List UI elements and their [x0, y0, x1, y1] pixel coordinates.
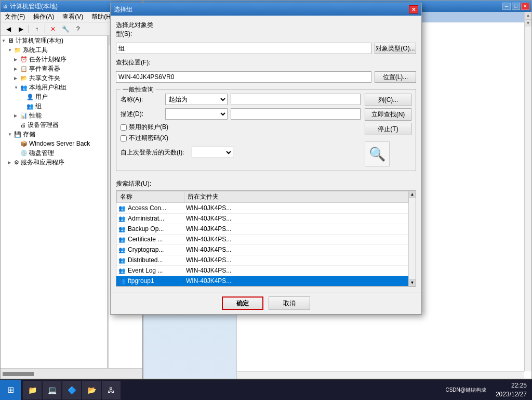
results-data-table: 👥Access Con...WIN-40JK4PS...👥Administrat… — [116, 203, 408, 286]
results-header-row: 名称 所在文件夹 — [117, 191, 408, 203]
taskbar-terminal-btn[interactable]: 💻 — [43, 381, 61, 399]
taskbar-powershell-btn[interactable]: 🔷 — [62, 381, 81, 399]
tree-item-tasks[interactable]: ▶ ⏰ 任务计划程序 — [1, 55, 107, 64]
tree-item-users[interactable]: 👤 用户 — [1, 92, 107, 101]
taskbar-items: 📁 💻 🔷 📂 🖧 — [21, 381, 441, 399]
results-table: 名称 所在文件夹 — [116, 191, 408, 203]
results-row-7[interactable]: 👥ftpgroup1WIN-40JK4PS... — [116, 276, 408, 286]
tree-shared-icon: 📂 — [20, 75, 28, 82]
confirm-btn[interactable]: 确定 — [222, 296, 263, 310]
bg-minimize-btn[interactable]: ─ — [502, 3, 511, 10]
tree-leaf-icon: ▶ — [14, 76, 20, 81]
tree-leaf-icon: ▶ — [14, 113, 20, 118]
disabled-accounts-checkbox[interactable] — [121, 124, 127, 131]
noexpiry-checkbox[interactable] — [121, 135, 127, 141]
results-scroll-down[interactable]: ▼ — [409, 279, 416, 286]
results-row-3[interactable]: 👥Certificate ...WIN-40JK4PS... — [116, 234, 408, 244]
dialog-close-btn[interactable]: ✕ — [409, 5, 418, 14]
tree-item-groups[interactable]: 👥 组 — [1, 101, 107, 111]
col-name-header: 名称 — [117, 191, 184, 203]
tree-item-backup[interactable]: 📦 Windows Server Back — [1, 139, 107, 148]
result-folder-cell-6: WIN-40JK4PS... — [184, 265, 408, 276]
results-row-5[interactable]: 👥Distributed...WIN-40JK4PS... — [116, 255, 408, 265]
search-btn[interactable]: 立即查找(N) — [365, 108, 411, 121]
result-folder-cell-0: WIN-40JK4PS... — [184, 203, 408, 213]
cancel-btn[interactable]: 取消 — [269, 296, 310, 310]
tree-item-performance[interactable]: ▶ 📊 性能 — [1, 111, 107, 120]
result-name-text-4: Cryptograp... — [128, 246, 164, 253]
tree-computer-icon: 🖥 — [8, 37, 14, 44]
taskbar-clock: 22:25 2023/12/27 — [490, 381, 532, 399]
results-row-0[interactable]: 👥Access Con...WIN-40JK4PS... — [116, 203, 408, 213]
toolbar-up-btn[interactable]: ↑ — [31, 24, 43, 34]
object-type-btn[interactable]: 对象类型(O)... — [375, 43, 416, 54]
results-area: 搜索结果(U): 名称 所在文件夹 — [116, 179, 416, 287]
menu-view[interactable]: 查看(V) — [60, 12, 85, 21]
location-label: 查找位置(F): — [116, 58, 157, 67]
result-name-text-6: Event Log ... — [128, 267, 163, 274]
tree-item-storage[interactable]: ▼ 💾 存储 — [1, 130, 107, 139]
tree-item-services[interactable]: ▶ ⚙ 服务和应用程序 — [1, 158, 107, 167]
tree-leaf-icon — [20, 95, 26, 99]
results-row-6[interactable]: 👥Event Log ...WIN-40JK4PS... — [116, 265, 408, 276]
name-query-select[interactable]: 起始为 — [165, 94, 228, 105]
bg-maximize-btn[interactable]: □ — [512, 3, 520, 10]
menu-action[interactable]: 操作(A) — [31, 12, 56, 21]
results-scroll-area[interactable]: 👥Access Con...WIN-40JK4PS...👥Administrat… — [116, 203, 408, 286]
tree-item-events[interactable]: ▶ 📋 事件查看器 — [1, 64, 107, 73]
select-group-dialog[interactable]: 选择组 ✕ 选择此对象类型(S): 对象类型(O)... 查找位置(F): 位置… — [110, 3, 422, 315]
col-btn[interactable]: 列(C)... — [365, 94, 411, 106]
location-btn[interactable]: 位置(L)... — [375, 71, 416, 83]
results-row-4[interactable]: 👥Cryptograp...WIN-40JK4PS... — [116, 244, 408, 255]
bg-scrollbar-horizontal[interactable] — [237, 371, 524, 379]
start-button[interactable]: ⊞ — [0, 380, 21, 401]
query-content: 名称(A): 起始为 描述(D): — [121, 94, 411, 166]
tree-group-icon: 👥 — [26, 103, 34, 110]
stop-btn[interactable]: 停止(T) — [365, 123, 411, 135]
scroll-up-arrow[interactable]: ▲ — [525, 12, 531, 19]
results-scrollbar[interactable]: ▲ ▼ — [408, 191, 416, 286]
tree-item-shared[interactable]: ▶ 📂 共享文件夹 — [1, 73, 107, 83]
results-row-1[interactable]: 👥Administrat...WIN-40JK4PS... — [116, 213, 408, 224]
scroll-down-arrow[interactable]: ▼ — [525, 19, 531, 27]
toolbar-help-btn[interactable]: ? — [72, 24, 84, 34]
status-scroll[interactable] — [3, 372, 34, 376]
results-row-2[interactable]: 👥Backup Op...WIN-40JK4PS... — [116, 224, 408, 234]
results-scroll-up[interactable]: ▲ — [409, 191, 416, 198]
tree-users-child-label: 用户 — [35, 93, 48, 101]
location-input[interactable] — [116, 71, 371, 83]
tree-item-root[interactable]: ▼ 🖥 计算机管理(本地) — [1, 36, 107, 45]
disabled-checkbox-row: 禁用的账户(B) — [121, 123, 361, 132]
tree-device-icon: 🖨 — [20, 122, 26, 128]
bg-scrollbar-vertical[interactable]: ▲ ▼ — [524, 12, 531, 371]
tree-item-system[interactable]: ▼ 📁 系统工具 — [1, 45, 107, 55]
toolbar-properties-btn[interactable]: 🔧 — [60, 24, 71, 34]
taskbar-files-btn[interactable]: 📂 — [82, 381, 101, 399]
toolbar-cut-btn[interactable]: ✕ — [47, 24, 59, 34]
object-type-input[interactable] — [116, 43, 371, 54]
tree-storage-icon: 💾 — [14, 131, 21, 138]
name-query-input[interactable] — [231, 94, 361, 105]
taskbar-tray: CSDN@键结构成 — [441, 386, 490, 394]
toolbar-back-btn[interactable]: ◀ — [3, 24, 14, 34]
tree-expand-icon: ▼ — [8, 48, 14, 53]
tree-disk-icon: 💿 — [20, 150, 28, 157]
result-folder-cell-3: WIN-40JK4PS... — [184, 234, 408, 244]
menu-file[interactable]: 文件(F) — [3, 12, 27, 21]
taskbar-network-btn[interactable]: 🖧 — [102, 381, 121, 399]
desc-query-select[interactable] — [165, 108, 228, 120]
results-container: 名称 所在文件夹 👥Access Con...WIN-40JK4PS...👥Ad… — [116, 190, 416, 287]
taskbar-explorer-btn[interactable]: 📁 — [23, 381, 42, 399]
main-bottom-bar — [1, 368, 142, 379]
toolbar-divider1 — [29, 25, 29, 33]
bg-close-btn[interactable]: ✕ — [521, 3, 529, 10]
tree-item-devices[interactable]: 🖨 设备管理器 — [1, 120, 107, 130]
tree-root-label: 计算机管理(本地) — [16, 36, 63, 45]
days-select[interactable] — [192, 147, 233, 158]
tree-item-localusers[interactable]: ▼ 👥 本地用户和组 — [1, 83, 107, 92]
tree-item-disk[interactable]: 💿 磁盘管理 — [1, 148, 107, 158]
tree-clock-icon: ⏰ — [20, 56, 28, 63]
result-group-icon-0: 👥 — [118, 205, 126, 211]
desc-query-input[interactable] — [231, 108, 361, 120]
toolbar-forward-btn[interactable]: ▶ — [15, 24, 26, 34]
